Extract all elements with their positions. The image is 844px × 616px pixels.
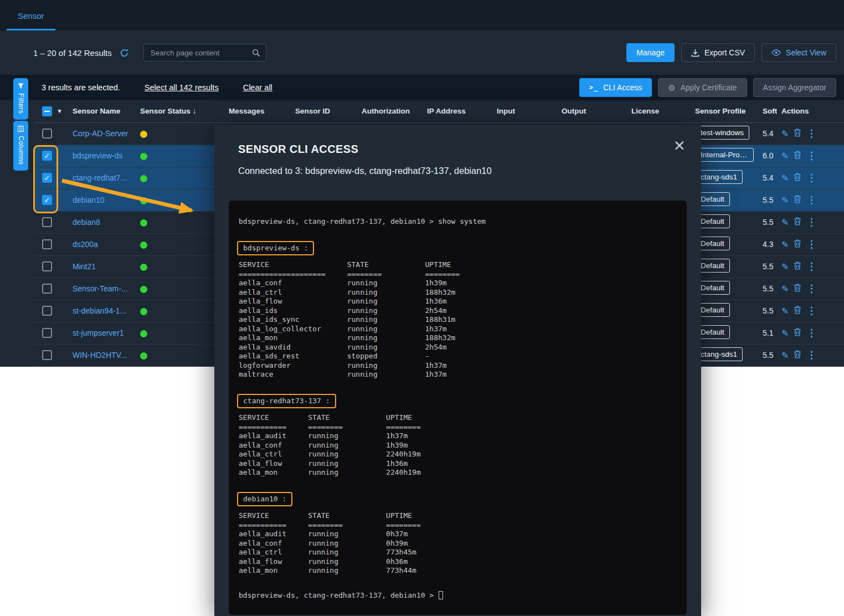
more-actions-icon[interactable]: ⋮ — [806, 127, 816, 140]
manage-button[interactable]: Manage — [626, 43, 675, 62]
delete-icon[interactable] — [794, 173, 801, 183]
delete-icon[interactable] — [794, 350, 801, 361]
edit-icon[interactable]: ✎ — [781, 239, 789, 250]
edit-icon[interactable]: ✎ — [781, 129, 789, 139]
terminal-command-line: bdspreview-ds, ctang-redhat73-137, debia… — [239, 217, 677, 227]
sensor-profile-chip: ctang-sds1 — [695, 170, 743, 184]
delete-icon[interactable] — [794, 284, 801, 294]
more-actions-icon[interactable]: ⋮ — [806, 327, 816, 339]
sensor-name-link[interactable]: debian10 — [73, 196, 105, 204]
tab-sensor[interactable]: Sensor — [7, 11, 55, 30]
search-input[interactable] — [150, 48, 252, 58]
software-version: 6.0 — [758, 145, 777, 167]
edit-icon[interactable]: ✎ — [781, 151, 789, 161]
export-csv-button[interactable]: Export CSV — [681, 43, 755, 62]
sensor-name-link[interactable]: ds200a — [73, 240, 98, 249]
sensor-name-link[interactable]: Mint21 — [73, 262, 96, 271]
sensor-name-link[interactable]: debian8 — [73, 218, 100, 227]
row-checkbox[interactable]: ✓ — [42, 195, 52, 205]
modal-subtitle: Connected to 3: bdspreview-ds, ctang-red… — [238, 166, 701, 176]
sensor-name-link[interactable]: st-jumpserver1 — [73, 328, 124, 337]
col-authorization[interactable]: Authorization — [357, 100, 423, 122]
search-box — [143, 44, 266, 61]
delete-icon[interactable] — [794, 195, 801, 206]
more-actions-icon[interactable]: ⋮ — [806, 305, 816, 317]
delete-icon[interactable] — [794, 261, 801, 272]
more-actions-icon[interactable]: ⋮ — [806, 216, 816, 228]
sensor-name-link[interactable]: ctang-redhat7... — [73, 173, 127, 182]
more-actions-icon[interactable]: ⋮ — [806, 150, 816, 162]
status-dot — [140, 197, 147, 204]
col-sensor-id[interactable]: Sensor ID — [291, 100, 357, 122]
col-ip-address[interactable]: IP Address — [423, 100, 492, 122]
modal-title: SENSOR CLI ACCESS — [238, 143, 701, 156]
col-messages[interactable]: Messages — [224, 100, 291, 122]
refresh-icon[interactable] — [120, 48, 129, 58]
col-output[interactable]: Output — [557, 100, 627, 122]
row-checkbox[interactable] — [42, 328, 52, 338]
row-checkbox[interactable] — [42, 129, 52, 138]
row-checkbox[interactable] — [42, 284, 52, 294]
select-all-link[interactable]: Select all 142 results — [145, 83, 219, 92]
col-license[interactable]: License — [627, 100, 691, 122]
software-version: 5.4 — [758, 167, 777, 189]
select-all-checkbox[interactable] — [42, 106, 52, 116]
delete-icon[interactable] — [794, 306, 801, 316]
more-actions-icon[interactable]: ⋮ — [806, 238, 816, 250]
edit-icon[interactable]: ✎ — [781, 284, 789, 294]
more-actions-icon[interactable]: ⋮ — [806, 349, 816, 361]
sensor-name-link[interactable]: WIN-HD2HTV... — [73, 351, 127, 360]
status-dot — [140, 308, 147, 315]
row-checkbox[interactable] — [42, 239, 52, 249]
row-checkbox[interactable] — [42, 217, 52, 227]
terminal-host-highlight: ctang-redhat73-137 : — [237, 394, 336, 409]
close-icon[interactable]: × — [673, 137, 686, 152]
terminal[interactable]: bdspreview-ds, ctang-redhat73-137, debia… — [229, 201, 687, 615]
status-dot — [140, 131, 147, 138]
header-select-cell: ▾ — [34, 100, 68, 122]
software-version: 5.5 — [758, 211, 777, 233]
edit-icon[interactable]: ✎ — [781, 173, 789, 183]
delete-icon[interactable] — [794, 151, 801, 161]
more-actions-icon[interactable]: ⋮ — [806, 172, 816, 184]
delete-icon[interactable] — [794, 239, 801, 250]
row-checkbox[interactable] — [42, 261, 52, 271]
sensor-name-link[interactable]: bdspreview-ds — [73, 151, 122, 160]
delete-icon[interactable] — [794, 328, 801, 338]
delete-icon[interactable] — [794, 217, 801, 228]
sensor-profile-chip: test-windows — [695, 126, 749, 140]
edit-icon[interactable]: ✎ — [781, 195, 789, 206]
sensor-name-link[interactable]: st-debian94-1... — [73, 306, 126, 315]
col-sensor-status[interactable]: Sensor Status↓ — [136, 100, 224, 122]
edit-icon[interactable]: ✎ — [781, 306, 789, 316]
terminal-icon: >_ — [589, 84, 598, 91]
select-dropdown-caret[interactable]: ▾ — [58, 107, 61, 114]
sensor-page: Sensor 1 – 20 of 142 Results Manage — [0, 0, 844, 616]
filters-tab[interactable]: Filters — [13, 78, 28, 120]
col-software[interactable]: Soft — [758, 100, 777, 122]
col-sensor-name[interactable]: Sensor Name — [68, 100, 136, 122]
sensor-name-link[interactable]: Sensor-Team-... — [73, 284, 128, 293]
sensor-name-link[interactable]: Corp-AD-Server — [73, 129, 128, 138]
terminal-host-highlight: bdspreview-ds : — [237, 241, 314, 256]
columns-tab[interactable]: Columns — [13, 121, 28, 171]
row-checkbox[interactable] — [42, 350, 52, 360]
edit-icon[interactable]: ✎ — [781, 217, 789, 228]
cli-access-button[interactable]: >_ CLI Access — [579, 78, 652, 97]
select-view-button[interactable]: Select View — [761, 43, 836, 62]
clear-all-link[interactable]: Clear all — [243, 83, 272, 92]
edit-icon[interactable]: ✎ — [781, 328, 789, 338]
more-actions-icon[interactable]: ⋮ — [806, 260, 816, 273]
row-checkbox[interactable]: ✓ — [42, 173, 52, 183]
edit-icon[interactable]: ✎ — [781, 350, 789, 361]
row-checkbox[interactable] — [42, 306, 52, 316]
more-actions-icon[interactable]: ⋮ — [806, 283, 816, 295]
col-input[interactable]: Input — [492, 100, 557, 122]
selection-bar: 3 results are selected. Select all 142 r… — [0, 75, 844, 100]
more-actions-icon[interactable]: ⋮ — [806, 194, 816, 206]
row-checkbox[interactable]: ✓ — [42, 151, 52, 161]
delete-icon[interactable] — [794, 129, 801, 139]
status-dot — [140, 153, 147, 160]
col-sensor-profile[interactable]: Sensor Profile — [691, 100, 758, 122]
edit-icon[interactable]: ✎ — [781, 261, 789, 272]
